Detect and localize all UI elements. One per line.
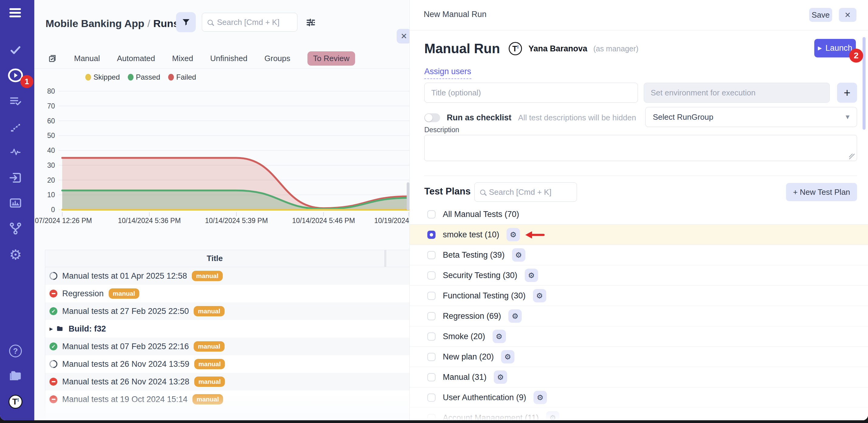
plan-checkbox[interactable] xyxy=(427,333,436,341)
test-plans-list: All Manual Tests (70) smoke test (10) ⚙ … xyxy=(410,204,868,420)
logo-t-icon[interactable]: T xyxy=(7,393,24,410)
test-plan-row[interactable]: Security Testing (30) ⚙ xyxy=(410,265,868,286)
tab-to-review[interactable]: To Review xyxy=(307,51,355,66)
plan-checkbox[interactable] xyxy=(427,353,436,361)
add-environment-button[interactable]: + xyxy=(837,83,857,103)
close-drawer-button[interactable]: ✕ xyxy=(839,8,857,22)
selected-count-badge: 2 xyxy=(849,49,863,63)
plan-checkbox[interactable] xyxy=(427,271,436,280)
plan-settings-gear-icon[interactable]: ⚙ xyxy=(508,309,522,323)
environment-input[interactable] xyxy=(644,83,830,103)
tab-automated[interactable]: Automated xyxy=(117,54,155,63)
table-row[interactable]: Manual tests at 19 Oct 2024 15:14 manual xyxy=(45,391,409,408)
table-row[interactable]: Regression manual xyxy=(45,285,409,302)
tab-manual[interactable]: Manual xyxy=(74,54,100,63)
svg-text:10/14/2024 5:46 PM: 10/14/2024 5:46 PM xyxy=(292,217,355,225)
close-runs-panel-button[interactable]: ✕ xyxy=(397,29,410,44)
test-plans-search xyxy=(474,182,577,202)
plan-settings-gear-icon[interactable]: ⚙ xyxy=(494,370,507,384)
runs-table: Title Manual tests at 01 Apr 2025 12:58 … xyxy=(45,250,410,420)
run-title-input[interactable] xyxy=(424,83,638,103)
plan-checkbox-checked[interactable] xyxy=(427,231,436,239)
test-list-icon[interactable] xyxy=(7,93,24,110)
plan-checkbox[interactable] xyxy=(427,292,436,300)
funnel-icon xyxy=(182,18,191,27)
menu-icon[interactable] xyxy=(7,4,24,21)
plan-settings-gear-icon[interactable]: ⚙ xyxy=(501,350,515,363)
test-plan-row[interactable]: Smoke (20) ⚙ xyxy=(410,327,868,347)
breadcrumb-project[interactable]: Mobile Banking App xyxy=(45,18,145,29)
left-panel-scrollbar[interactable] xyxy=(407,182,409,210)
plan-checkbox[interactable] xyxy=(427,414,436,421)
projects-folder-icon[interactable] xyxy=(7,368,24,385)
filter-settings-icon[interactable] xyxy=(305,17,316,28)
table-row[interactable]: Manual tests at 26 Nov 2024 13:59 manual xyxy=(45,355,409,373)
manual-badge: manual xyxy=(192,394,223,404)
plan-settings-gear-icon[interactable]: ⚙ xyxy=(506,228,520,241)
help-icon[interactable]: ? xyxy=(7,342,24,360)
run-as-checklist-toggle[interactable] xyxy=(424,113,440,122)
tab-groups[interactable]: Groups xyxy=(265,54,290,63)
test-plan-row[interactable]: Functional Testing (30) ⚙ xyxy=(410,286,868,306)
test-plan-row[interactable]: User Authentication (9) ⚙ xyxy=(410,388,868,408)
rungroup-select[interactable]: Select RunGroup ▼ xyxy=(645,107,857,127)
red-arrow-annotation xyxy=(525,230,545,240)
branch-icon[interactable] xyxy=(7,220,24,237)
test-plan-row[interactable]: New plan (20) ⚙ xyxy=(410,347,868,367)
play-icon: ▶ xyxy=(818,45,822,51)
plan-checkbox[interactable] xyxy=(427,251,436,259)
save-button[interactable]: Save xyxy=(809,8,832,22)
column-title[interactable]: Title xyxy=(45,250,386,267)
assign-users-link[interactable]: Assign users xyxy=(424,67,471,79)
test-plan-row-selected[interactable]: smoke test (10) ⚙ xyxy=(410,225,868,245)
checklist-label: Run as checklist xyxy=(447,113,512,122)
new-manual-run-drawer: New Manual Run Save ✕ Manual Run T Yana … xyxy=(410,0,868,420)
legend-skipped: Skipped xyxy=(85,73,120,81)
test-plans-header: Test Plans + New Test Plan xyxy=(410,182,868,203)
plan-checkbox[interactable] xyxy=(427,210,436,219)
table-row[interactable]: ✓ Manual tests at 27 Feb 2025 22:50 manu… xyxy=(45,302,409,320)
table-row[interactable]: Manual tests at 26 Nov 2024 13:28 manual xyxy=(45,373,409,391)
search-icon xyxy=(480,190,485,195)
drawer-scrollbar[interactable] xyxy=(863,37,866,130)
plan-settings-gear-icon[interactable]: ⚙ xyxy=(525,269,538,282)
status-in-progress-icon xyxy=(50,360,57,368)
pulse-icon[interactable] xyxy=(7,143,24,161)
test-plan-row[interactable]: Beta Testing (39) ⚙ xyxy=(410,245,868,265)
plan-settings-gear-icon[interactable]: ⚙ xyxy=(493,330,506,343)
test-plan-row[interactable]: Account Management (11) ⚙ xyxy=(410,408,868,420)
tab-unfinished[interactable]: Unfinished xyxy=(210,54,247,63)
new-test-plan-button[interactable]: + New Test Plan xyxy=(786,183,857,201)
settings-gear-icon[interactable]: ⚙ xyxy=(7,246,24,263)
test-plan-row[interactable]: All Manual Tests (70) xyxy=(410,204,868,225)
plan-settings-gear-icon[interactable]: ⚙ xyxy=(533,391,547,404)
analytics-icon[interactable] xyxy=(7,195,24,212)
description-textarea[interactable] xyxy=(424,135,857,161)
table-row-folder[interactable]: ▸ Build: f32 xyxy=(45,320,409,338)
runs-search-input[interactable] xyxy=(217,18,292,27)
plan-settings-gear-icon[interactable]: ⚙ xyxy=(533,289,546,302)
table-row[interactable]: ✓ Manual tests at 07 Feb 2025 22:16 manu… xyxy=(45,338,409,355)
checklist-row: Run as checklist All test descriptions w… xyxy=(424,108,636,127)
import-icon[interactable] xyxy=(7,169,24,186)
steps-icon[interactable] xyxy=(7,118,24,136)
expand-caret-icon[interactable]: ▸ xyxy=(50,325,53,333)
plan-checkbox[interactable] xyxy=(427,394,436,402)
test-plans-search-input[interactable] xyxy=(489,188,571,197)
plan-checkbox[interactable] xyxy=(427,312,436,320)
test-plan-row[interactable]: Manual (31) ⚙ xyxy=(410,367,868,388)
select-all-icon[interactable] xyxy=(48,54,57,63)
check-icon[interactable] xyxy=(7,41,24,59)
svg-text:30: 30 xyxy=(47,161,55,169)
manager-avatar[interactable]: T xyxy=(509,42,522,55)
plan-settings-gear-icon[interactable]: ⚙ xyxy=(546,411,559,420)
manual-badge: manual xyxy=(194,359,225,369)
filter-button[interactable] xyxy=(176,12,196,32)
plan-settings-gear-icon[interactable]: ⚙ xyxy=(512,248,525,262)
test-plan-row[interactable]: Regression (69) ⚙ xyxy=(410,306,868,327)
search-icon xyxy=(208,20,213,25)
table-row[interactable]: Manual tests at 01 Apr 2025 12:58 manual xyxy=(45,267,409,285)
plan-checkbox[interactable] xyxy=(427,373,436,382)
legend-dot-failed xyxy=(168,74,174,81)
tab-mixed[interactable]: Mixed xyxy=(172,54,193,63)
